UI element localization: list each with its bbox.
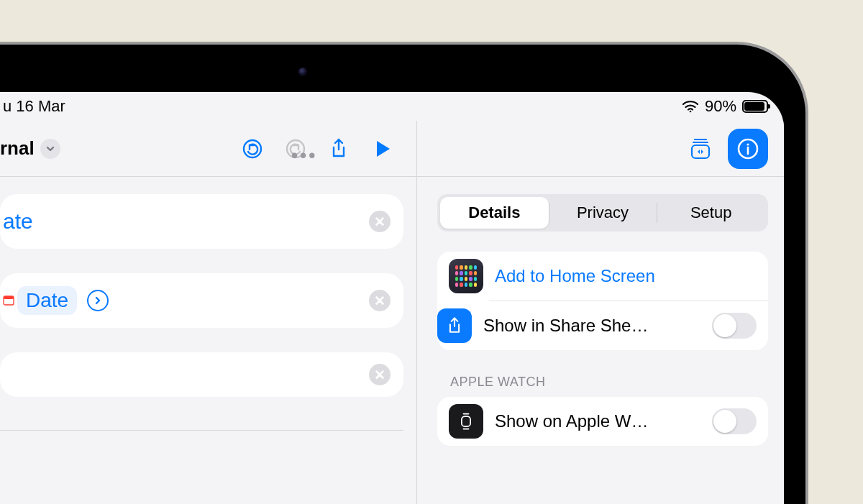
action-card[interactable]: ✕ — [0, 352, 403, 397]
tab-privacy[interactable]: Privacy — [549, 197, 657, 229]
tab-details[interactable]: Details — [440, 197, 549, 229]
undo-button[interactable] — [232, 129, 273, 169]
share-sheet-toggle[interactable] — [712, 313, 757, 339]
wifi-icon — [682, 100, 699, 113]
action-card[interactable]: ate ✕ — [0, 194, 403, 249]
delete-action-icon[interactable]: ✕ — [369, 364, 391, 385]
editor-toolbar: rnal — [0, 121, 416, 177]
status-date: u 16 Mar — [0, 97, 65, 116]
battery-percent: 90% — [705, 97, 736, 116]
divider — [0, 430, 403, 431]
add-to-home-screen-row[interactable]: Add to Home Screen — [437, 252, 768, 301]
battery-icon — [742, 100, 768, 113]
screen: u 16 Mar 90% ••• — [0, 92, 784, 504]
run-button[interactable] — [362, 129, 402, 169]
action-variable-link[interactable]: ate — [3, 209, 33, 234]
shortcut-title: rnal — [0, 137, 35, 160]
apple-watch-group: Show on Apple W… — [437, 397, 768, 446]
svg-rect-4 — [4, 296, 14, 299]
show-on-apple-watch-row[interactable]: Show on Apple W… — [437, 397, 768, 446]
grabber-icon[interactable]: ••• — [291, 145, 317, 167]
chevron-down-icon[interactable] — [40, 139, 60, 159]
apple-watch-icon — [449, 404, 483, 439]
share-sheet-icon — [437, 308, 472, 343]
row-label: Show on Apple W… — [495, 411, 700, 431]
share-button[interactable] — [319, 129, 359, 169]
delete-action-icon[interactable]: ✕ — [369, 290, 391, 311]
library-button[interactable] — [680, 129, 721, 169]
delete-action-icon[interactable]: ✕ — [369, 211, 391, 232]
device-frame: u 16 Mar 90% ••• — [0, 42, 808, 504]
section-header-apple-watch: Apple Watch — [437, 375, 768, 390]
segmented-control[interactable]: Details Privacy Setup — [437, 194, 768, 232]
status-bar: u 16 Mar 90% — [0, 92, 784, 121]
row-label: Add to Home Screen — [495, 266, 757, 286]
camera-dot — [298, 68, 307, 76]
inspector-toolbar — [417, 121, 784, 177]
tab-setup[interactable]: Setup — [657, 197, 765, 229]
disclosure-icon[interactable] — [87, 290, 109, 311]
shortcut-title-group[interactable]: rnal — [0, 137, 60, 160]
calendar-icon — [3, 295, 14, 306]
details-group: Add to Home Screen Show in Share She… — [437, 252, 768, 350]
show-in-share-sheet-row[interactable]: Show in Share She… — [489, 301, 768, 350]
action-card[interactable]: Date ✕ — [0, 273, 403, 328]
info-button[interactable] — [728, 129, 768, 169]
svg-point-0 — [690, 111, 692, 113]
svg-rect-8 — [462, 416, 470, 426]
apple-watch-toggle[interactable] — [712, 408, 757, 434]
editor-pane: rnal — [0, 121, 417, 504]
action-variable-pill[interactable]: Date — [17, 286, 77, 315]
home-screen-icon — [449, 259, 483, 293]
row-label: Show in Share She… — [483, 316, 700, 336]
svg-point-7 — [746, 143, 749, 145]
svg-rect-5 — [692, 145, 709, 158]
inspector-pane: Details Privacy Setup Add to Home Screen — [417, 121, 784, 504]
